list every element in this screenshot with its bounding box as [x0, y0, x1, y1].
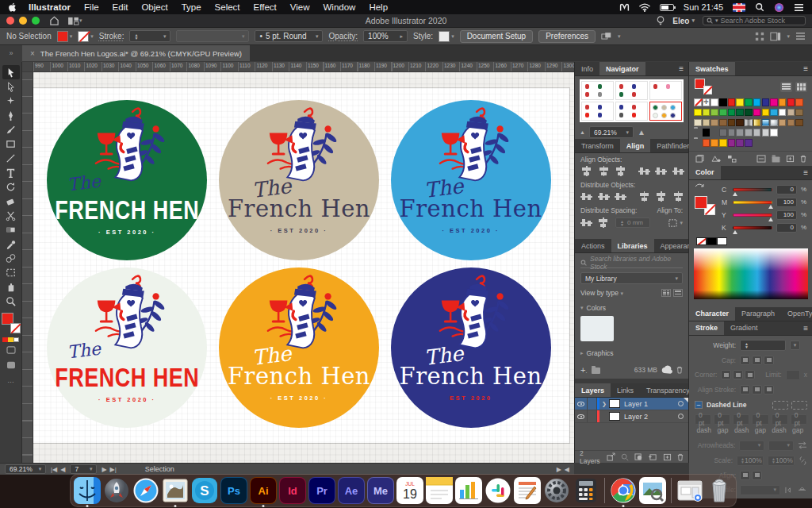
dock-calculator[interactable]	[573, 477, 599, 504]
graphics-section-header[interactable]: ▸Graphics	[580, 347, 683, 360]
edit-toolbar-ellipsis[interactable]: …	[2, 373, 20, 387]
dock-chrome[interactable]	[610, 477, 637, 504]
channel-value-field[interactable]: 0	[776, 223, 797, 233]
type-tab-paragraph[interactable]: Paragraph	[735, 307, 781, 321]
channel-slider[interactable]	[733, 214, 772, 217]
dock-system-preferences[interactable]	[543, 477, 570, 504]
color-swatch[interactable]	[795, 98, 803, 106]
list-view-button[interactable]	[673, 289, 683, 297]
align-center-button[interactable]	[740, 385, 750, 394]
logo-3[interactable]: TheFrench Hen· EST 2020 ·	[391, 100, 551, 260]
swatch-options-icon[interactable]	[756, 155, 766, 163]
channel-slider[interactable]	[733, 201, 772, 204]
gradient-tool[interactable]	[2, 222, 20, 237]
dock-skype[interactable]: S	[191, 477, 218, 504]
swap-fill-stroke-icon[interactable]	[695, 182, 704, 188]
menu-effect[interactable]: Effect	[254, 2, 277, 12]
new-library-folder-icon[interactable]	[592, 368, 600, 374]
spotlight-search-icon[interactable]	[755, 2, 764, 12]
variable-width-profile[interactable]: ▾	[176, 30, 249, 42]
stock-search-field[interactable]: ▾ Search Adobe Stock	[703, 16, 806, 25]
color-swatch[interactable]	[770, 98, 778, 106]
cloud-sync-icon[interactable]	[661, 367, 672, 374]
delete-library-item-icon[interactable]	[676, 366, 683, 374]
color-swatch[interactable]	[787, 119, 795, 127]
color-swatch[interactable]	[787, 109, 795, 117]
visibility-toggle[interactable]	[575, 398, 588, 410]
color-swatch[interactable]	[719, 109, 727, 117]
stroke-tab-gradient[interactable]: Gradient	[724, 321, 764, 335]
stroke-color-control[interactable]: ▾	[78, 31, 94, 42]
new-sublayer-icon[interactable]	[649, 453, 657, 461]
align-tab-transform[interactable]: Transform	[575, 139, 620, 152]
link-scale-icon[interactable]	[799, 456, 807, 465]
lock-toggle[interactable]	[588, 410, 597, 422]
delete-swatch-icon[interactable]	[800, 155, 806, 163]
color-swatch[interactable]	[753, 98, 761, 106]
selection-tool[interactable]	[2, 65, 20, 79]
color-swatch[interactable]	[745, 109, 753, 117]
arrowhead-scale-end[interactable]: ▲▼100%	[768, 456, 795, 466]
menu-edit[interactable]: Edit	[113, 2, 128, 12]
dash-value-field[interactable]: 0 pt	[695, 414, 711, 425]
colors-section-header[interactable]: ▾Colors	[580, 302, 683, 314]
stroke-weight-field[interactable]: ▲▼▾	[129, 30, 170, 42]
arrow-tip-button[interactable]	[740, 471, 750, 480]
color-swatch[interactable]	[770, 119, 778, 127]
bevel-join-button[interactable]	[745, 370, 755, 379]
collect-for-export-icon[interactable]	[607, 453, 615, 461]
type-tool[interactable]	[2, 165, 20, 179]
color-swatch[interactable]	[719, 98, 727, 106]
align-right-icon[interactable]	[615, 166, 626, 176]
pen-tool[interactable]	[2, 108, 20, 122]
dash-value-field[interactable]: 0 pt	[733, 414, 749, 425]
align-inside-button[interactable]	[752, 385, 762, 394]
color-swatch[interactable]	[728, 129, 736, 137]
dock-after-effects[interactable]: Ae	[338, 477, 365, 504]
color-swatch[interactable]	[710, 119, 718, 127]
swatch-libraries-icon[interactable]	[695, 155, 705, 163]
align-vcenter-icon[interactable]	[655, 166, 666, 176]
color-group-folder-icon[interactable]	[694, 139, 703, 149]
distribute-top-icon[interactable]	[580, 191, 592, 202]
libraries-tab-libraries[interactable]: Libraries	[611, 239, 654, 252]
type-tab-character[interactable]: Character	[689, 307, 735, 321]
swatch-themes-icon[interactable]	[711, 155, 721, 163]
dock-numbers[interactable]	[455, 477, 482, 504]
dock-pages[interactable]	[514, 477, 541, 504]
color-swatch[interactable]	[795, 119, 803, 127]
type-tab-opentype[interactable]: OpenType	[781, 307, 812, 321]
round-cap-button[interactable]	[752, 356, 762, 365]
navigator-thumbnail[interactable]	[615, 102, 648, 121]
panel-menu-icon[interactable]: ≡	[799, 321, 812, 335]
layer-target-circle[interactable]	[678, 414, 684, 419]
stroke-swatch[interactable]	[78, 31, 89, 42]
color-swatch[interactable]	[719, 129, 727, 137]
home-icon[interactable]	[49, 16, 59, 25]
new-color-group-icon[interactable]	[772, 156, 780, 162]
dock-mail[interactable]	[162, 477, 189, 504]
color-swatch[interactable]	[728, 109, 736, 117]
arrowhead-end[interactable]: ▾	[768, 441, 794, 451]
channel-value-field[interactable]: 0	[776, 185, 797, 194]
preferences-button[interactable]: Preferences	[538, 30, 596, 43]
color-swatch[interactable]	[762, 98, 770, 106]
distribute-vcenter-icon[interactable]	[598, 191, 609, 202]
zoom-level-field[interactable]: 69.21%▾	[5, 464, 46, 474]
delete-layer-icon[interactable]	[677, 453, 684, 461]
color-swatch[interactable]	[745, 129, 753, 137]
layer-target-circle[interactable]	[678, 401, 684, 406]
stroke-color-well[interactable]	[10, 323, 21, 333]
close-window-button[interactable]	[6, 17, 14, 25]
navigator-thumbnail[interactable]	[649, 102, 682, 121]
color-swatch[interactable]	[728, 139, 736, 147]
magic-wand-tool[interactable]	[2, 94, 20, 108]
color-spectrum[interactable]	[689, 247, 812, 307]
dock-safari[interactable]	[132, 477, 159, 504]
swap-arrowheads-icon[interactable]	[798, 441, 807, 449]
menu-clock[interactable]: Sun 21:45	[684, 2, 723, 12]
screen-mode-button[interactable]	[2, 358, 20, 372]
distribute-right-icon[interactable]	[672, 191, 684, 202]
color-swatch[interactable]	[710, 98, 718, 106]
chevron-down-icon[interactable]: ▾	[787, 33, 790, 40]
